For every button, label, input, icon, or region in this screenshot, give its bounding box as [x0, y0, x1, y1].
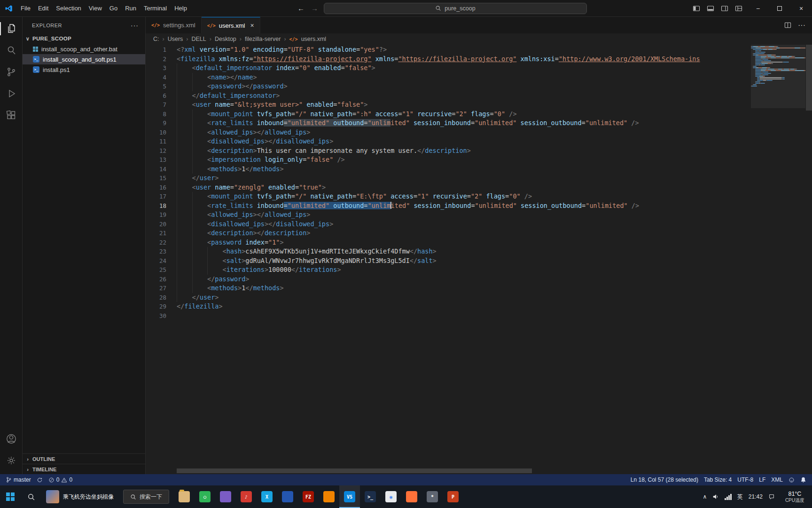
- code-line[interactable]: 12<description>This user can impersonate…: [146, 146, 751, 156]
- sync-button[interactable]: [34, 474, 46, 485]
- close-button[interactable]: ×: [790, 0, 812, 16]
- branch-indicator[interactable]: master: [3, 474, 34, 485]
- breadcrumb-item[interactable]: DELL: [192, 36, 206, 42]
- cpu-temp-widget[interactable]: 81°C CPU温度: [781, 491, 809, 503]
- code-line[interactable]: 26</password>: [146, 275, 751, 284]
- code-line[interactable]: 29</filezilla>: [146, 302, 751, 311]
- code-line[interactable]: 27<methods>1</methods>: [146, 284, 751, 293]
- code-line[interactable]: 10<allowed_ips></allowed_ips>: [146, 128, 751, 137]
- breadcrumb-item[interactable]: Desktop: [215, 36, 236, 42]
- cursor-position[interactable]: Ln 18, Col 57 (28 selected): [628, 474, 701, 485]
- code-line[interactable]: 9<rate_limits inbound="unlimited" outbou…: [146, 119, 751, 128]
- taskbar-app-thunder-blue[interactable]: X: [257, 485, 277, 508]
- breadcrumb-item[interactable]: users.xml: [301, 36, 326, 42]
- code-line[interactable]: 4<name></name>: [146, 73, 751, 82]
- taskbar-app-file-explorer[interactable]: [174, 485, 195, 508]
- activity-source-control[interactable]: [0, 61, 22, 83]
- menu-go[interactable]: Go: [106, 3, 121, 14]
- menu-edit[interactable]: Edit: [34, 3, 52, 14]
- encoding[interactable]: UTF-8: [734, 474, 756, 485]
- command-center-search[interactable]: pure_scoop: [324, 3, 587, 14]
- code-line[interactable]: 23<hash>csAhEF9X5wTKb5unj1V+mdRTIteJEWkx…: [146, 247, 751, 256]
- timeline-section[interactable]: › TIMELINE: [23, 464, 145, 474]
- customize-layout-icon[interactable]: [735, 5, 742, 12]
- outline-section[interactable]: › OUTLINE: [23, 453, 145, 464]
- file-install_scoop_and_other.bat[interactable]: install_scoop_and_other.bat: [23, 44, 145, 54]
- folder-root[interactable]: ∨ PURE_SCOOP: [23, 33, 145, 44]
- taskbar-app-vscode[interactable]: VS: [339, 485, 360, 508]
- code-line[interactable]: 17<mount_point tvfs_path="/" native_path…: [146, 192, 751, 201]
- activity-extensions[interactable]: [0, 104, 22, 126]
- taskbar-app-filezilla[interactable]: FZ: [298, 485, 319, 508]
- taskbar-app-powershell[interactable]: >_: [360, 485, 381, 508]
- code-line[interactable]: 3<default_impersonator index="0" enabled…: [146, 64, 751, 73]
- network-icon[interactable]: [725, 494, 732, 500]
- feedback-smiley-icon[interactable]: [786, 474, 797, 485]
- taskbar-app-firefox[interactable]: [401, 485, 422, 508]
- code-line[interactable]: 6</default_impersonator>: [146, 91, 751, 101]
- notifications-bell-icon[interactable]: [797, 474, 809, 485]
- menu-selection[interactable]: Selection: [52, 3, 85, 14]
- code-line[interactable]: 24<salt>gdRuAl/WNvwJr7hhwgIvRkTdMgaNDRrl…: [146, 256, 751, 266]
- taskbar-search-box[interactable]: 搜索一下: [123, 490, 169, 504]
- code-line[interactable]: 7<user name="&lt;system user>" enabled="…: [146, 100, 751, 110]
- code-line[interactable]: 5<password></password>: [146, 82, 751, 91]
- taskbar-app-browser-green[interactable]: ○: [195, 485, 215, 508]
- notification-center-icon[interactable]: [768, 493, 775, 500]
- eol-sequence[interactable]: LF: [756, 474, 768, 485]
- taskbar-app-app-purple[interactable]: [215, 485, 236, 508]
- code-line[interactable]: 25<iterations>100000</iterations>: [146, 265, 751, 275]
- breadcrumb-item[interactable]: Users: [168, 36, 183, 42]
- code-line[interactable]: 16<user name="zenglg" enabled="true">: [146, 183, 751, 192]
- code-line[interactable]: 21<description></description>: [146, 229, 751, 238]
- editor[interactable]: 1<?xml version="1.0" encoding="UTF-8" st…: [146, 45, 812, 474]
- toggle-sidebar-icon[interactable]: [693, 5, 700, 12]
- menu-terminal[interactable]: Terminal: [140, 3, 171, 14]
- horizontal-scrollbar-thumb[interactable]: [177, 468, 532, 473]
- code-line[interactable]: 13<impersonation login_only="false" />: [146, 155, 751, 165]
- split-editor-icon[interactable]: [784, 22, 791, 29]
- menu-file[interactable]: File: [17, 3, 34, 14]
- toggle-secondary-sidebar-icon[interactable]: [721, 5, 728, 12]
- code-line[interactable]: 14<methods>1</methods>: [146, 165, 751, 174]
- forward-button[interactable]: →: [310, 4, 319, 12]
- activity-explorer[interactable]: [0, 18, 22, 40]
- code-line[interactable]: 20<disallowed_ips></disallowed_ips>: [146, 220, 751, 229]
- language-mode[interactable]: XML: [768, 474, 786, 485]
- taskbar-app-settings[interactable]: *: [422, 485, 443, 508]
- code-line[interactable]: 2<filezilla xmlns:fz="https://filezilla-…: [146, 55, 751, 64]
- activity-run-debug[interactable]: [0, 83, 22, 104]
- code-line[interactable]: 28</user>: [146, 293, 751, 302]
- vertical-scrollbar[interactable]: [806, 45, 812, 111]
- menu-run[interactable]: Run: [121, 3, 140, 14]
- start-button[interactable]: [0, 485, 21, 508]
- menu-help[interactable]: Help: [171, 3, 191, 14]
- explorer-actions-icon[interactable]: ···: [131, 22, 139, 29]
- editor-more-actions-icon[interactable]: ···: [798, 21, 805, 30]
- back-button[interactable]: ←: [297, 4, 305, 12]
- taskbar-app-music-red[interactable]: ♪: [236, 485, 257, 508]
- file-install.ps1[interactable]: >_install.ps1: [23, 64, 145, 75]
- tab-users-xml[interactable]: </> users.xml ×: [202, 17, 260, 33]
- clock[interactable]: 21:42: [749, 493, 763, 500]
- horizontal-scrollbar[interactable]: [177, 468, 750, 473]
- activity-settings[interactable]: [0, 450, 22, 471]
- code-line[interactable]: 11<disallowed_ips></disallowed_ips>: [146, 137, 751, 146]
- taskbar-app-app-navy[interactable]: [277, 485, 298, 508]
- code-line[interactable]: 15</user>: [146, 174, 751, 183]
- file-install_scoop_and_soft.ps1[interactable]: >_install_scoop_and_soft.ps1: [23, 54, 145, 64]
- tab-settings-xml[interactable]: </> settings.xml: [146, 17, 202, 33]
- code-line[interactable]: 1<?xml version="1.0" encoding="UTF-8" st…: [146, 45, 751, 55]
- breadcrumb[interactable]: C:›Users›DELL›Desktop›filezilla-server›<…: [146, 33, 812, 45]
- indentation[interactable]: Tab Size: 4: [701, 474, 734, 485]
- breadcrumb-item[interactable]: C:: [153, 36, 159, 42]
- code-line[interactable]: 19<allowed_ips></allowed_ips>: [146, 210, 751, 220]
- volume-icon[interactable]: [712, 493, 719, 500]
- activity-search[interactable]: [0, 40, 22, 61]
- minimap[interactable]: [751, 45, 805, 474]
- tray-expand-icon[interactable]: ∧: [703, 493, 707, 500]
- ime-language-indicator[interactable]: 英: [737, 493, 743, 501]
- problems-indicator[interactable]: 0 0: [46, 474, 75, 485]
- code-line[interactable]: 22<password index="1">: [146, 238, 751, 247]
- activity-account[interactable]: [0, 428, 22, 450]
